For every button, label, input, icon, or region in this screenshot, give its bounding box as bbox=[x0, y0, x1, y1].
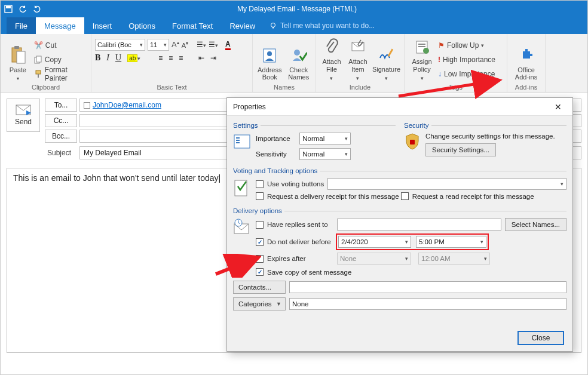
bullets-icon[interactable]: ☰▾ bbox=[197, 41, 206, 49]
svg-rect-10 bbox=[38, 74, 39, 78]
undo-icon[interactable] bbox=[19, 5, 27, 13]
voting-legend: Voting and Tracking options bbox=[233, 167, 320, 174]
svg-rect-22 bbox=[236, 137, 240, 139]
cc-button[interactable]: Cc... bbox=[45, 114, 77, 127]
tab-review[interactable]: Review bbox=[221, 17, 264, 34]
attach-file-button[interactable]: Attach File▾ bbox=[320, 36, 344, 82]
align-left-icon[interactable]: ≡ bbox=[158, 54, 163, 62]
group-names-label: Names bbox=[256, 82, 312, 91]
grow-font-icon[interactable]: A▴ bbox=[172, 40, 179, 49]
paste-button[interactable]: Paste▾ bbox=[4, 36, 32, 82]
copy-button[interactable]: Copy bbox=[34, 53, 87, 66]
close-button[interactable]: Close bbox=[517, 331, 564, 345]
addins-icon bbox=[517, 45, 536, 64]
expires-after-checkbox[interactable]: Expires after bbox=[256, 255, 333, 263]
low-importance-button[interactable]: ↓Low Importance bbox=[438, 67, 495, 81]
increase-indent-icon[interactable]: ⇥ bbox=[210, 54, 216, 62]
ribbon: Paste▾ ✂️Cut Copy Format Painter Clipboa… bbox=[1, 34, 587, 93]
underline-button[interactable]: U bbox=[115, 53, 121, 63]
svg-rect-17 bbox=[418, 44, 425, 45]
send-button[interactable]: Send bbox=[7, 99, 40, 132]
replies-sent-to-checkbox[interactable]: Have replies sent to bbox=[256, 221, 333, 229]
font-color-icon[interactable]: A bbox=[225, 40, 231, 50]
shrink-font-icon[interactable]: A▾ bbox=[182, 41, 188, 49]
save-icon[interactable] bbox=[4, 5, 13, 13]
address-book-button[interactable]: Address Book bbox=[256, 36, 283, 82]
do-not-deliver-checkbox[interactable]: Do not deliver before bbox=[256, 238, 333, 246]
settings-legend: Settings bbox=[233, 122, 261, 129]
cut-button[interactable]: ✂️Cut bbox=[34, 39, 87, 52]
attach-item-button[interactable]: Attach Item▾ bbox=[346, 36, 370, 82]
format-painter-button[interactable]: Format Painter bbox=[34, 67, 87, 81]
group-include-label: Include bbox=[320, 82, 400, 91]
tab-file[interactable]: File bbox=[7, 17, 36, 34]
numbering-icon[interactable]: ☰▾ bbox=[209, 41, 218, 49]
voting-buttons-combo[interactable]: ▾ bbox=[327, 178, 566, 190]
read-receipt-checkbox[interactable]: Request a read receipt for this message bbox=[401, 192, 534, 200]
italic-button[interactable]: I bbox=[106, 53, 109, 63]
align-center-icon[interactable]: ≡ bbox=[169, 54, 173, 62]
redo-icon[interactable] bbox=[33, 5, 41, 13]
importance-combo[interactable]: Normal▾ bbox=[299, 133, 351, 145]
voting-buttons-checkbox[interactable]: Use voting buttons bbox=[256, 180, 324, 188]
follow-up-button[interactable]: ⚑Follow Up▾ bbox=[438, 39, 495, 52]
group-clipboard-label: Clipboard bbox=[4, 82, 87, 91]
paste-icon bbox=[8, 45, 27, 64]
address-book-icon bbox=[260, 45, 279, 64]
dialog-close-button[interactable]: ✕ bbox=[550, 100, 566, 113]
security-icon bbox=[404, 133, 421, 156]
security-text: Change security settings for this messag… bbox=[425, 133, 555, 140]
paperclip-icon bbox=[322, 37, 341, 56]
delivery-legend: Delivery options bbox=[233, 207, 284, 214]
security-legend: Security bbox=[404, 122, 431, 129]
select-names-button[interactable]: Select Names... bbox=[505, 218, 566, 231]
delivery-icon bbox=[233, 218, 251, 276]
assign-policy-button[interactable]: Assign Policy▾ bbox=[408, 36, 436, 82]
svg-rect-21 bbox=[234, 135, 250, 148]
svg-rect-3 bbox=[272, 27, 274, 29]
tab-format-text[interactable]: Format Text bbox=[164, 17, 221, 34]
highlight-icon[interactable]: ab▾ bbox=[127, 54, 140, 62]
categories-field[interactable]: None bbox=[289, 298, 566, 310]
tell-me-label: Tell me what you want to do... bbox=[280, 21, 375, 30]
bcc-button[interactable]: Bcc... bbox=[45, 130, 77, 143]
tab-options[interactable]: Options bbox=[120, 17, 164, 34]
group-tags-label: Tags bbox=[408, 82, 503, 91]
to-button[interactable]: To... bbox=[45, 99, 77, 112]
deliver-date-combo[interactable]: 2/4/2020▾ bbox=[338, 236, 411, 248]
svg-rect-23 bbox=[236, 140, 240, 141]
delivery-receipt-checkbox[interactable]: Request a delivery receipt for this mess… bbox=[256, 192, 399, 200]
group-basictext-label: Basic Text bbox=[95, 82, 249, 91]
svg-rect-25 bbox=[410, 140, 415, 145]
svg-rect-24 bbox=[236, 142, 240, 143]
font-size-combo[interactable]: 11▾ bbox=[148, 39, 169, 51]
cut-icon: ✂️ bbox=[34, 41, 43, 50]
tell-me[interactable]: Tell me what you want to do... bbox=[264, 17, 375, 34]
deliver-time-combo[interactable]: 5:00 PM▾ bbox=[416, 236, 486, 248]
svg-rect-9 bbox=[36, 70, 41, 74]
replies-sent-to-field[interactable] bbox=[337, 219, 501, 230]
check-names-button[interactable]: Check Names bbox=[286, 36, 313, 82]
subject-label: Subject bbox=[45, 149, 77, 157]
office-addins-button[interactable]: Office Add-ins bbox=[511, 36, 541, 82]
categories-button[interactable]: Categories▼ bbox=[233, 297, 286, 311]
attach-item-icon bbox=[348, 37, 368, 56]
tab-insert[interactable]: Insert bbox=[84, 17, 121, 34]
save-copy-checkbox[interactable]: Save copy of sent message bbox=[256, 268, 351, 276]
contacts-field[interactable] bbox=[289, 281, 566, 293]
properties-dialog: Properties ✕ Settings Importance Normal▾… bbox=[226, 97, 573, 352]
contacts-button[interactable]: Contacts... bbox=[233, 281, 286, 294]
sensitivity-combo[interactable]: Normal▾ bbox=[299, 148, 351, 160]
decrease-indent-icon[interactable]: ⇤ bbox=[198, 54, 204, 62]
expires-date-combo: None▾ bbox=[337, 253, 411, 265]
bold-button[interactable]: B bbox=[95, 53, 100, 63]
high-importance-button[interactable]: !High Importance bbox=[438, 53, 495, 66]
security-settings-button[interactable]: Security Settings... bbox=[425, 143, 496, 156]
signature-button[interactable]: Signature▾ bbox=[372, 36, 400, 82]
ribbon-tabs: File Message Insert Options Format Text … bbox=[1, 17, 587, 34]
svg-rect-5 bbox=[14, 46, 19, 49]
align-right-icon[interactable]: ≡ bbox=[179, 54, 183, 62]
tab-message[interactable]: Message bbox=[36, 17, 84, 34]
font-family-combo[interactable]: Calibri (Boc▾ bbox=[95, 39, 145, 51]
importance-label: Importance bbox=[256, 135, 298, 142]
